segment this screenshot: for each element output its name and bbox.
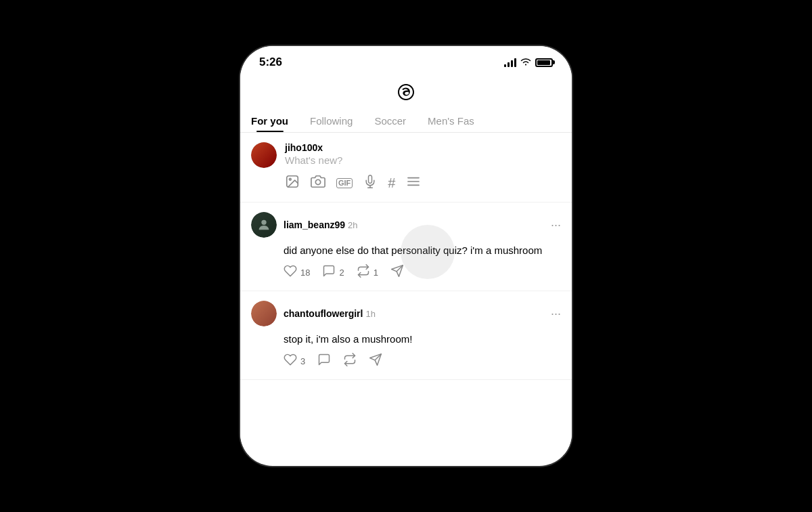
post-chantou-user-info: chantouflowergirl 1h (251, 301, 376, 326)
post-chantou: chantouflowergirl 1h ··· stop it, i'm al… (240, 291, 572, 380)
post-chantou-like-count: 3 (300, 356, 305, 366)
tab-following[interactable]: Following (299, 108, 363, 132)
compose-placeholder-text[interactable]: What's new? (285, 154, 561, 166)
post-chantou-header: chantouflowergirl 1h ··· (251, 301, 561, 326)
threads-logo-icon (395, 81, 417, 103)
post-chantou-actions: 3 (284, 353, 561, 370)
svg-point-8 (261, 220, 266, 225)
compose-avatar (251, 142, 277, 168)
app-header (240, 74, 572, 108)
post-liam: liam_beanz99 2h ··· did anyone else do t… (240, 202, 572, 291)
post-liam-like-action[interactable]: 18 (284, 264, 310, 281)
compose-gif-icon[interactable]: GIF (336, 178, 353, 188)
post-chantou-more-icon[interactable]: ··· (551, 307, 561, 321)
post-chantou-repost-action[interactable] (343, 353, 357, 370)
tab-for-you[interactable]: For you (240, 108, 299, 132)
post-liam-text: did anyone else do that personality quiz… (284, 243, 561, 257)
post-liam-username: liam_beanz99 (284, 219, 345, 230)
compose-mic-icon[interactable] (363, 174, 377, 192)
post-liam-user-info: liam_beanz99 2h (251, 212, 358, 238)
post-liam-time: 2h (348, 220, 357, 230)
feed-content: jiho100x What's new? (240, 133, 572, 454)
repost-icon-2 (343, 353, 357, 370)
status-bar: 5:26 (240, 46, 572, 74)
heart-icon-2 (284, 353, 297, 370)
compose-area: jiho100x What's new? (240, 133, 572, 202)
post-chantou-time: 1h (365, 309, 375, 319)
tab-soccer[interactable]: Soccer (363, 108, 417, 132)
compose-list-icon[interactable] (406, 175, 421, 191)
repost-icon (357, 264, 370, 281)
svg-point-1 (289, 178, 291, 180)
status-time: 5:26 (259, 56, 282, 69)
post-chantou-comment-action[interactable] (317, 353, 331, 370)
post-chantou-username: chantouflowergirl (284, 308, 363, 319)
phone-frame: 5:26 (240, 46, 572, 466)
post-liam-comment-action[interactable]: 2 (322, 264, 344, 281)
compose-image-icon[interactable] (285, 174, 300, 192)
comment-icon (322, 264, 336, 281)
status-icons (504, 57, 553, 68)
compose-content: jiho100x What's new? (285, 142, 561, 192)
post-liam-actions: 18 2 (284, 264, 561, 281)
svg-point-2 (315, 179, 320, 184)
post-chantou-text: stop it, i'm also a mushroom! (284, 332, 561, 346)
heart-icon (284, 264, 297, 281)
post-chantou-meta: chantouflowergirl 1h (284, 308, 376, 319)
post-liam-avatar (251, 212, 277, 238)
battery-icon (535, 58, 553, 67)
wifi-icon (520, 57, 531, 68)
post-liam-comment-count: 2 (339, 268, 344, 278)
compose-actions: GIF # (285, 174, 561, 192)
post-chantou-share-action[interactable] (369, 353, 382, 370)
comment-icon-2 (317, 353, 331, 370)
post-liam-like-count: 18 (300, 268, 310, 278)
compose-hashtag-icon[interactable]: # (388, 175, 395, 191)
post-liam-repost-action[interactable]: 1 (357, 264, 378, 281)
compose-username: jiho100x (285, 142, 561, 153)
share-icon (390, 264, 404, 281)
post-liam-share-action[interactable] (390, 264, 404, 281)
post-liam-repost-count: 1 (374, 268, 378, 278)
compose-camera-icon[interactable] (311, 174, 325, 192)
post-liam-header: liam_beanz99 2h ··· (251, 212, 561, 238)
share-icon-2 (369, 353, 382, 370)
post-liam-meta: liam_beanz99 2h (284, 219, 358, 230)
tab-bar: For you Following Soccer Men's Fas (240, 108, 572, 133)
post-chantou-avatar (251, 301, 277, 326)
post-chantou-like-action[interactable]: 3 (284, 353, 305, 370)
tab-mens-fas[interactable]: Men's Fas (417, 108, 485, 132)
signal-icon (504, 58, 516, 67)
post-liam-more-icon[interactable]: ··· (551, 218, 561, 232)
